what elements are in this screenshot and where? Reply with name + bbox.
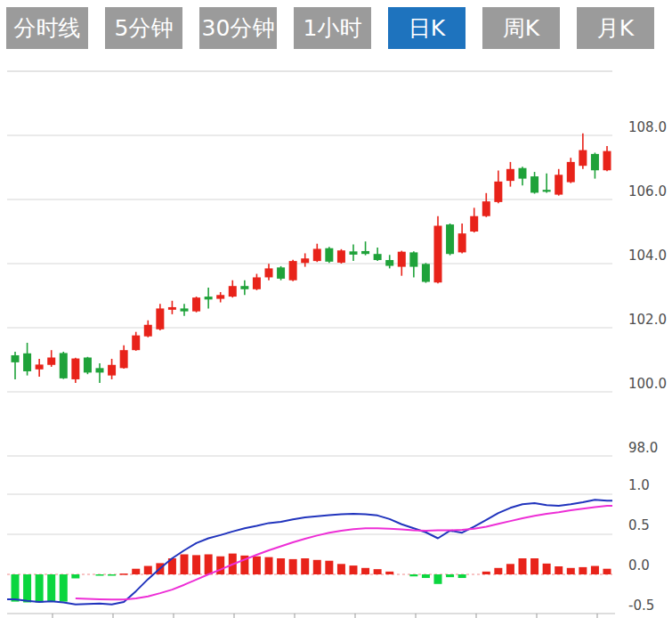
svg-text:0.5: 0.5 [628,517,650,533]
price-gridlines [7,71,612,456]
tab-30min[interactable]: 30分钟 [199,7,277,49]
svg-text:102.0: 102.0 [628,312,667,328]
svg-text:-0.5: -0.5 [628,598,654,614]
candlesticks-layer [12,134,611,383]
kline-app: { "toolbar": { "tabs": [ {"label": "分时线"… [0,0,672,618]
macd-histogram [12,554,611,603]
macd-axis-labels: 1.00.50.0-0.5 [628,477,654,614]
price-axis-labels: 108.0106.0104.0102.0100.098.0 [628,119,667,456]
svg-text:98.0: 98.0 [628,440,658,456]
macd-dif-dea-lines [7,500,612,604]
svg-text:106.0: 106.0 [628,183,667,199]
svg-text:104.0: 104.0 [628,248,667,264]
interval-tabbar: 分时线 5分钟 30分钟 1小时 日K 周K 月K [6,7,654,49]
kline-chart[interactable]: 108.0106.0104.0102.0100.098.0 1.00.50.0-… [0,0,672,618]
x-axis [7,614,615,618]
tab-weekly-k[interactable]: 周K [482,7,560,49]
svg-text:1.0: 1.0 [628,477,650,493]
tab-1hour[interactable]: 1小时 [294,7,371,49]
tab-5min[interactable]: 5分钟 [105,7,182,49]
tab-daily-k[interactable]: 日K [388,7,466,49]
svg-text:0.0: 0.0 [628,557,650,573]
tab-time-line[interactable]: 分时线 [6,7,88,49]
tab-monthly-k[interactable]: 月K [577,7,654,49]
svg-text:100.0: 100.0 [628,376,667,392]
svg-text:108.0: 108.0 [628,119,667,135]
